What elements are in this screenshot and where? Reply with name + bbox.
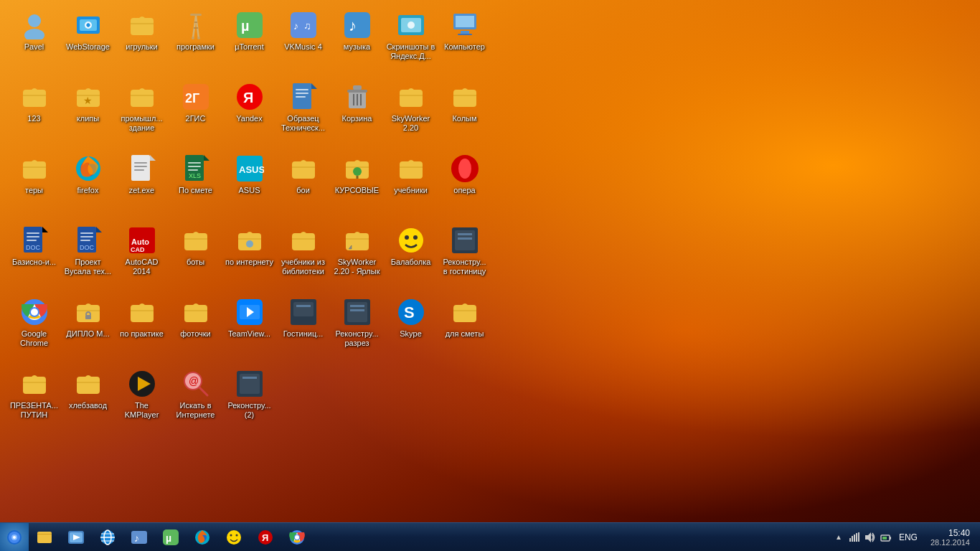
icon-firefox[interactable]: firefox <box>61 151 115 215</box>
icon-tery[interactable]: теры <box>7 151 61 215</box>
icon-skyworker220[interactable]: SkyWorker 2.20 <box>384 79 438 143</box>
desktop-icons-grid: Pavel WebStorage игрульки <box>7 7 491 438</box>
tray-volume-icon[interactable] <box>864 532 876 543</box>
icon-label: учебники <box>394 186 428 195</box>
clock-area[interactable]: 15:40 28.12.2014 <box>925 523 976 551</box>
icon-korzina[interactable]: Корзина <box>330 79 384 143</box>
icon-label: Колым <box>452 114 476 123</box>
skype-icon: S <box>397 298 425 326</box>
icon-iskat[interactable]: @ Искать в Интернете <box>169 366 222 430</box>
svg-text:★: ★ <box>83 95 93 106</box>
taskbar-music[interactable]: ♪ <box>123 523 155 551</box>
icon-webstorage[interactable]: WebStorage <box>61 7 115 72</box>
icon-label: ДИПЛО М... <box>66 329 109 339</box>
tray-network-icon[interactable] <box>849 532 860 543</box>
tray-expand-button[interactable]: ▲ <box>833 532 844 542</box>
icon-boty[interactable]: боты <box>169 222 222 287</box>
icon-proekt[interactable]: DOC Проект Вусала тех... <box>61 222 115 287</box>
icon-obrazec[interactable]: Образец Техническ... <box>276 79 330 143</box>
icon-label: бои <box>296 186 310 195</box>
svg-rect-49 <box>188 169 198 171</box>
opera-icon <box>451 154 479 183</box>
icon-posmete[interactable]: XLS По смете <box>169 151 222 215</box>
svg-text:XLS: XLS <box>189 172 201 179</box>
icon-skrinshoty[interactable]: Скриншоты в Яндекс.Д... <box>384 7 438 72</box>
icon-vkmusic4[interactable]: ♪ ♫ VKMusic 4 <box>276 7 330 72</box>
svg-point-135 <box>295 535 299 540</box>
icon-bazisno[interactable]: DOC Базисно-и... <box>7 222 61 287</box>
icon-opera[interactable]: опера <box>438 151 491 215</box>
icon-kmplayer[interactable]: The KMPlayer <box>115 366 169 430</box>
icon-rekonstrgost[interactable]: Реконстру... в гостиницу <box>438 222 491 287</box>
icon-skype[interactable]: S Skype <box>384 294 438 359</box>
icon-pointernetu[interactable]: по интернету <box>222 222 276 287</box>
icon-komputer[interactable]: Компьютер <box>438 7 491 72</box>
language-indicator[interactable]: ENG <box>896 532 920 542</box>
svg-rect-19 <box>456 16 474 27</box>
tray-power-icon[interactable] <box>880 532 892 543</box>
icon-skyworker-yarlyk[interactable]: SkyWorker 2.20 - Ярлык <box>330 222 384 287</box>
icon-igrulki[interactable]: игрульки <box>115 7 169 72</box>
taskbar-firefox[interactable] <box>187 523 218 551</box>
icon-label: По смете <box>179 186 212 195</box>
icon-kolym[interactable]: Колым <box>438 79 491 143</box>
svg-point-74 <box>399 228 423 253</box>
taskbar-ie[interactable] <box>92 523 123 551</box>
icon-label: Skype <box>400 329 422 339</box>
icon-uchebniki[interactable]: учебники <box>384 151 438 215</box>
diplom-icon <box>74 298 103 326</box>
svg-text:Я: Я <box>262 532 268 543</box>
icon-muzyka[interactable]: ♪ музыка <box>330 7 384 72</box>
taskbar-media[interactable] <box>60 523 92 551</box>
taskbar-explorer[interactable] <box>29 523 60 551</box>
icon-rekonstrazrez[interactable]: Реконстру... разрез <box>330 294 384 359</box>
svg-text:DOC: DOC <box>26 244 41 251</box>
yandex-icon: Я <box>235 83 264 111</box>
icon-kursovye[interactable]: КУРСОВЫЕ <box>330 151 384 215</box>
svg-rect-30 <box>296 93 308 94</box>
icon-diplom[interactable]: ДИПЛО М... <box>61 294 115 359</box>
icon-asus[interactable]: ASUS ASUS <box>222 151 276 215</box>
icon-uchebniki-bib[interactable]: учебники из библиотеки <box>276 222 330 287</box>
taskbar-tray: ▲ <box>829 523 980 551</box>
taskbar-chrome[interactable] <box>281 523 313 551</box>
kmplayer-icon <box>128 369 156 398</box>
icon-teamviewer[interactable]: TeamView... <box>222 294 276 359</box>
icon-hlebzavod[interactable]: хлебзавод <box>61 366 115 430</box>
icon-balaholka[interactable]: Балаболка <box>384 222 438 287</box>
icon-popraktike[interactable]: по практике <box>115 294 169 359</box>
icon-utorrent[interactable]: µ µTorrent <box>222 7 276 72</box>
icon-rekonstru2[interactable]: Реконстру... (2) <box>222 366 276 430</box>
icon-123[interactable]: 123 <box>7 79 61 143</box>
svg-rect-31 <box>296 96 306 98</box>
icon-zetexe[interactable]: zet.exe <box>115 151 169 215</box>
icon-programki[interactable]: програмки <box>169 7 222 72</box>
taskbar-yandex[interactable]: Я <box>250 523 281 551</box>
svg-text:@: @ <box>189 375 199 387</box>
svg-rect-94 <box>350 305 364 307</box>
icon-label: SkyWorker 2.20 - Ярлык <box>332 258 382 276</box>
icon-klipy[interactable]: ★ клипы <box>61 79 115 143</box>
icon-pavel[interactable]: Pavel <box>7 7 61 72</box>
icon-google-chrome[interactable]: Google Chrome <box>7 294 61 359</box>
taskbar-utorrent[interactable]: µ <box>155 523 187 551</box>
icon-boi[interactable]: бои <box>276 151 330 215</box>
taskbar-smile[interactable] <box>218 523 250 551</box>
icon-gostinica[interactable]: Гостиниц... <box>276 294 330 359</box>
svg-rect-85 <box>85 315 91 319</box>
icon-autocad[interactable]: Auto CAD AutoCAD 2014 <box>115 222 169 287</box>
fotochki-icon <box>182 298 210 326</box>
start-button[interactable] <box>0 523 29 552</box>
komputer-icon <box>451 11 479 39</box>
icon-promyshl[interactable]: промышл... здание <box>115 79 169 143</box>
igrulki-icon <box>128 11 156 39</box>
icon-2gis[interactable]: 2Г 2ГИС <box>169 79 222 143</box>
icon-prezenta-putin[interactable]: ПРЕЗЕНТА... ПУТИН <box>7 366 61 430</box>
kolym-icon <box>451 83 479 111</box>
icon-yandex[interactable]: Я Yandex <box>222 79 276 143</box>
icon-dlya-smety[interactable]: для сметы <box>438 294 491 359</box>
icon-fotochki[interactable]: фоточки <box>169 294 222 359</box>
icon-label: ASUS <box>239 186 260 195</box>
bazisno-icon: DOC <box>20 226 49 255</box>
icon-label: SkyWorker 2.20 <box>386 114 435 133</box>
